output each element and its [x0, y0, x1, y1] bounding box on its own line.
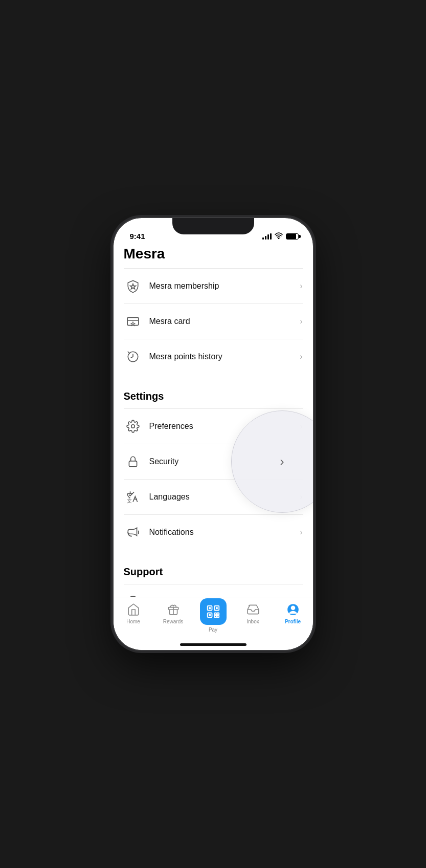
wifi-icon	[275, 232, 283, 241]
tab-rewards[interactable]: Rewards	[153, 602, 193, 624]
chevron-right-icon: ›	[300, 317, 302, 326]
notch	[172, 218, 254, 234]
lifebuoy-icon	[124, 593, 142, 597]
svg-marker-1	[130, 284, 136, 289]
pay-button-bg	[200, 598, 227, 625]
tab-bar: Home Rewards	[114, 597, 313, 639]
svg-rect-7	[129, 461, 137, 467]
tab-pay[interactable]: Pay	[193, 602, 233, 633]
card-star-icon	[124, 312, 142, 331]
chevron-right-icon: ›	[300, 352, 302, 361]
svg-rect-25	[209, 607, 211, 609]
scroll-content: Mesra membership › Mesra card ›	[114, 266, 313, 597]
settings-section-title: Settings	[124, 382, 303, 406]
home-bar	[180, 643, 246, 646]
tab-home[interactable]: Home	[114, 602, 153, 624]
svg-marker-4	[131, 322, 135, 326]
tab-rewards-label: Rewards	[163, 619, 183, 624]
mesra-card-label: Mesra card	[149, 317, 300, 326]
svg-point-29	[290, 605, 295, 610]
svg-point-6	[131, 425, 134, 428]
status-icons	[262, 232, 299, 241]
page-header: Mesra	[114, 244, 313, 266]
tab-inbox-label: Inbox	[246, 619, 259, 624]
inbox-icon	[246, 602, 260, 617]
svg-rect-24	[217, 616, 219, 618]
tab-profile-label: Profile	[285, 619, 301, 624]
support-section: Support Get help	[124, 558, 303, 597]
svg-rect-23	[214, 616, 216, 618]
page-title: Mesra	[124, 246, 303, 262]
profile-icon	[286, 602, 300, 617]
tab-home-label: Home	[126, 619, 140, 624]
shield-star-icon	[124, 277, 142, 295]
tab-inbox[interactable]: Inbox	[233, 602, 273, 624]
menu-item-security[interactable]: Security ›	[124, 444, 303, 480]
gear-icon	[124, 417, 142, 436]
megaphone-icon	[124, 523, 142, 541]
phone-shell: 9:41	[114, 218, 313, 650]
tab-pay-label: Pay	[209, 627, 217, 633]
battery-icon	[286, 233, 299, 240]
home-icon	[126, 602, 141, 617]
mesra-points-history-label: Mesra points history	[149, 352, 300, 361]
chevron-right-icon: ›	[300, 281, 302, 291]
phone-screen: 9:41	[114, 218, 313, 650]
support-section-title: Support	[124, 558, 303, 582]
menu-item-mesra-membership[interactable]: Mesra membership ›	[124, 269, 303, 304]
notifications-label: Notifications	[149, 528, 300, 537]
svg-rect-22	[217, 613, 219, 615]
menu-item-mesra-points-history[interactable]: Mesra points history ›	[124, 339, 303, 374]
menu-item-mesra-card[interactable]: Mesra card ›	[124, 304, 303, 339]
status-time: 9:41	[128, 232, 145, 241]
signal-bars-icon	[262, 233, 272, 240]
menu-item-get-help[interactable]: Get help ›	[124, 584, 303, 597]
tab-profile[interactable]: Profile	[273, 602, 313, 624]
lock-icon	[124, 452, 142, 471]
svg-point-10	[127, 596, 139, 597]
svg-text:文: 文	[127, 498, 132, 504]
svg-point-0	[278, 238, 279, 239]
mesra-membership-label: Mesra membership	[149, 281, 300, 291]
svg-rect-21	[214, 613, 216, 615]
clock-history-icon	[124, 348, 142, 366]
membership-section: Mesra membership › Mesra card ›	[124, 268, 303, 374]
home-indicator	[114, 639, 313, 650]
translate-icon: 文	[124, 488, 142, 506]
settings-section: Settings Preferences ›	[124, 382, 303, 550]
svg-rect-27	[209, 614, 211, 616]
circle-chevron-icon: ›	[280, 454, 284, 469]
svg-rect-26	[216, 607, 218, 609]
chevron-right-icon: ›	[300, 528, 302, 537]
rewards-icon	[166, 602, 181, 617]
menu-item-notifications[interactable]: Notifications ›	[124, 515, 303, 550]
